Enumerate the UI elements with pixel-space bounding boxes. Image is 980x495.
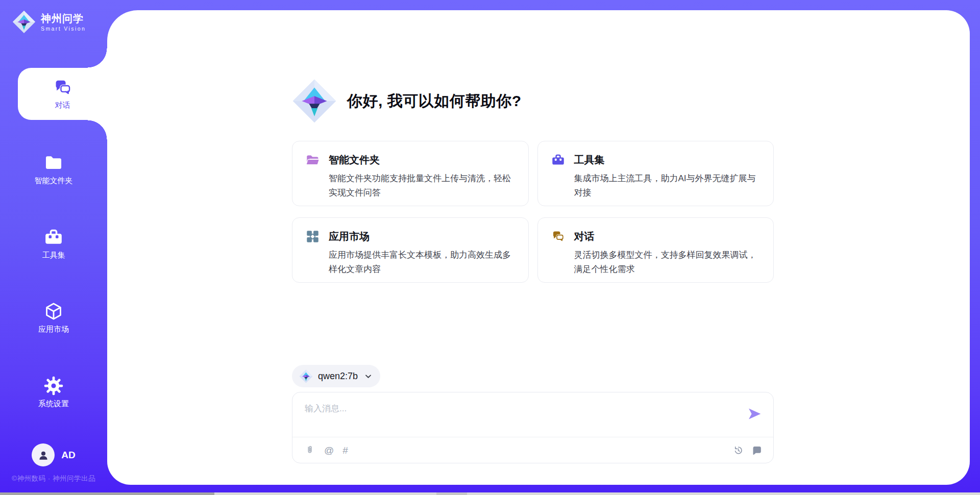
send-icon[interactable] [747, 406, 762, 422]
sidebar-item-chat[interactable]: 对话 [18, 68, 107, 120]
sidebar-item-label: 工具集 [42, 251, 65, 260]
card-title: 对话 [574, 230, 595, 243]
gear-icon [43, 376, 64, 395]
card-title: 工具集 [574, 153, 605, 167]
model-name: qwen2:7b [318, 371, 358, 382]
diamond-logo-icon [292, 79, 337, 123]
attachment-icon[interactable] [305, 445, 315, 456]
sidebar-item-label: 对话 [55, 101, 70, 110]
brand-subtitle: Smart Vision [41, 26, 86, 32]
user-name: AD [61, 450, 75, 461]
message-input[interactable] [292, 392, 731, 435]
sidebar-item-label: 应用市场 [38, 325, 69, 334]
composer-toolbar: @ # [305, 437, 762, 463]
sidebar-item-label: 系统设置 [38, 399, 69, 409]
model-selector[interactable]: qwen2:7b [292, 365, 380, 387]
cube-icon [43, 302, 64, 321]
person-icon [37, 449, 50, 462]
sidebar-item-app-market[interactable]: 应用市场 [0, 302, 107, 334]
sidebar-footer: ©神州数码 · 神州问学出品 [0, 474, 107, 483]
horizontal-scrollbar[interactable] [0, 492, 980, 495]
user-profile[interactable]: AD [0, 443, 107, 466]
card-title: 应用市场 [329, 230, 370, 243]
greeting: 你好, 我可以如何帮助你? [292, 79, 522, 123]
feedback-icon[interactable] [751, 445, 762, 456]
brand-title: 神州问学 [41, 13, 86, 24]
sidebar-item-toolset[interactable]: 工具集 [0, 228, 107, 260]
card-description: 灵活切换多模型文件，支持多样回复效果调试，满足个性化需求 [574, 248, 761, 277]
chat-icon [52, 78, 74, 97]
card-title: 智能文件夹 [329, 153, 380, 167]
hashtag-icon[interactable]: # [342, 445, 348, 456]
sidebar-item-label: 智能文件夹 [35, 176, 73, 186]
scrollbar-thumb[interactable] [0, 492, 214, 495]
sidebar-item-system-settings[interactable]: 系统设置 [0, 376, 107, 409]
chat-icon [551, 230, 565, 243]
folder-open-icon [306, 153, 320, 167]
toolbox-icon [551, 153, 565, 167]
card-description: 集成市场上主流工具，助力AI与外界无缝扩展与对接 [574, 171, 761, 200]
message-composer: @ # [292, 392, 774, 463]
main-panel: 你好, 我可以如何帮助你? 智能文件夹 智能文件夹功能支持批量文件上传与清洗，轻… [107, 10, 970, 485]
sidebar-item-smart-folder[interactable]: 智能文件夹 [0, 153, 107, 186]
card-app-market[interactable]: 应用市场 应用市场提供丰富长文本模板，助力高效生成多样化文章内容 [292, 217, 529, 283]
scrollbar-segment [436, 492, 467, 495]
main-content: 你好, 我可以如何帮助你? 智能文件夹 智能文件夹功能支持批量文件上传与清洗，轻… [292, 10, 774, 485]
card-smart-folder[interactable]: 智能文件夹 智能文件夹功能支持批量文件上传与清洗，轻松实现文件问答 [292, 141, 529, 206]
card-description: 应用市场提供丰富长文本模板，助力高效生成多样化文章内容 [329, 248, 515, 277]
brand-logo: 神州问学 Smart Vision [12, 10, 86, 34]
diamond-logo-icon [299, 369, 313, 383]
card-chat[interactable]: 对话 灵活切换多模型文件，支持多样回复效果调试，满足个性化需求 [537, 217, 774, 283]
mention-icon[interactable]: @ [324, 445, 334, 456]
diamond-logo-icon [12, 10, 36, 34]
history-icon[interactable] [733, 445, 744, 456]
avatar [32, 443, 55, 466]
card-toolset[interactable]: 工具集 集成市场上主流工具，助力AI与外界无缝扩展与对接 [537, 141, 774, 206]
feature-cards: 智能文件夹 智能文件夹功能支持批量文件上传与清洗，轻松实现文件问答 工具集 集成… [292, 141, 774, 283]
grid-icon [306, 230, 320, 243]
card-description: 智能文件夹功能支持批量文件上传与清洗，轻松实现文件问答 [329, 171, 515, 200]
sidebar: 神州问学 Smart Vision 对话 智能文件夹 工具集 应用市场 系统设置… [0, 0, 107, 495]
chevron-down-icon [364, 372, 373, 381]
folder-icon [43, 153, 64, 172]
greeting-text: 你好, 我可以如何帮助你? [347, 91, 522, 112]
toolbox-icon [43, 228, 64, 247]
